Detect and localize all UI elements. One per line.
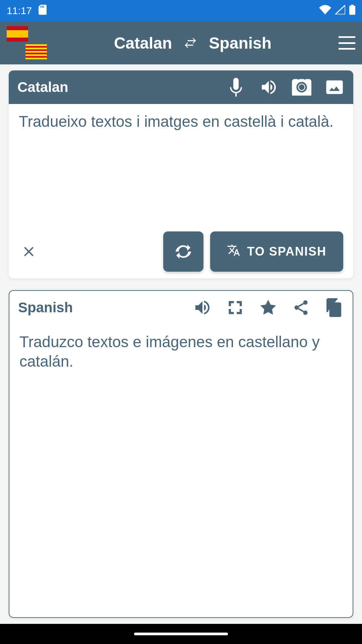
translate-button[interactable]: TO SPANISH <box>210 231 343 272</box>
clear-button[interactable] <box>19 241 39 262</box>
main-content: Catalan Tradueixo textos i imatges en ca… <box>0 64 362 624</box>
output-tools <box>192 298 344 318</box>
translate-icon <box>227 244 240 260</box>
copy-icon[interactable] <box>324 298 344 318</box>
svg-rect-0 <box>41 6 41 8</box>
input-language-label: Catalan <box>17 79 68 95</box>
svg-point-5 <box>299 85 305 90</box>
flag-spain-icon <box>7 26 28 42</box>
language-selector[interactable]: Catalan Spanish <box>114 34 272 52</box>
swap-languages-icon[interactable] <box>182 35 199 51</box>
wifi-icon <box>319 5 331 17</box>
translate-button-label: TO SPANISH <box>247 245 326 259</box>
share-icon[interactable] <box>291 298 311 318</box>
input-card-header: Catalan <box>9 70 353 104</box>
input-tools <box>226 77 345 97</box>
status-bar: 11:17 <box>0 0 362 21</box>
speaker-icon[interactable] <box>259 77 279 97</box>
svg-point-9 <box>303 311 308 315</box>
svg-point-7 <box>303 300 308 305</box>
microphone-icon[interactable] <box>226 77 246 97</box>
output-language-label: Spanish <box>18 300 73 316</box>
target-language[interactable]: Spanish <box>209 34 272 52</box>
output-card: Spanish Traduzco textos e imágen <box>9 290 353 618</box>
app-logo[interactable] <box>7 26 47 60</box>
svg-rect-2 <box>43 6 44 8</box>
input-card-footer: TO SPANISH <box>9 225 353 278</box>
menu-icon[interactable] <box>339 36 355 50</box>
signal-icon <box>335 5 345 17</box>
input-text-area[interactable]: Tradueixo textos i imatges en castellà i… <box>9 104 353 225</box>
source-language[interactable]: Catalan <box>114 34 172 52</box>
home-indicator[interactable] <box>134 633 228 635</box>
navigation-bar <box>0 624 362 644</box>
action-buttons: TO SPANISH <box>163 231 343 272</box>
status-time: 11:17 <box>7 5 32 16</box>
input-card: Catalan Tradueixo textos i imatges en ca… <box>9 70 353 278</box>
svg-rect-1 <box>42 6 43 8</box>
speaker-output-icon[interactable] <box>192 298 213 318</box>
svg-point-8 <box>295 306 299 310</box>
image-icon[interactable] <box>324 77 345 97</box>
battery-icon <box>349 5 355 17</box>
output-card-header: Spanish <box>9 291 353 324</box>
status-right <box>319 5 355 17</box>
refresh-button[interactable] <box>163 231 203 272</box>
camera-icon[interactable] <box>292 77 312 97</box>
output-text-area[interactable]: Traduzco textos e imágenes en castellano… <box>9 324 353 617</box>
app-header: Catalan Spanish <box>0 21 362 64</box>
status-left: 11:17 <box>7 5 47 17</box>
sd-card-icon <box>39 5 47 17</box>
svg-rect-4 <box>349 6 355 15</box>
star-icon[interactable] <box>258 298 278 318</box>
fullscreen-icon[interactable] <box>225 298 245 318</box>
flag-catalan-icon <box>25 44 47 60</box>
